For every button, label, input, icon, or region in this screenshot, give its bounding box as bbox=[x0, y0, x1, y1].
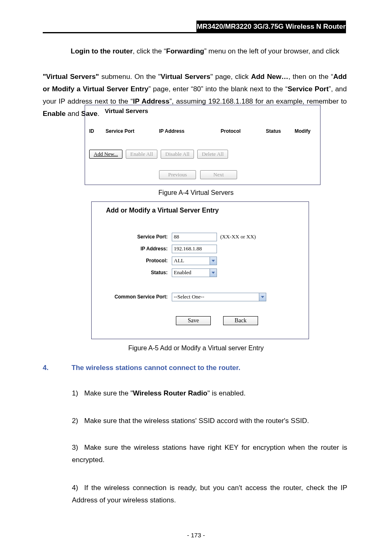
figure-a4-label: Figure A-4 Virtual Servers bbox=[0, 189, 392, 197]
protocol-select[interactable]: ALL bbox=[172, 257, 217, 265]
chevron-down-icon bbox=[210, 257, 217, 265]
step-1: 1)Make sure the "Wireless Router Radio" … bbox=[72, 387, 347, 400]
save-button[interactable]: Save bbox=[176, 316, 211, 325]
virtual-servers-panel: Virtual Servers ID Service Port IP Addre… bbox=[85, 105, 321, 185]
vs-headers: ID Service Port IP Address Protocol Stat… bbox=[89, 128, 316, 134]
question-4: 4.The wireless stations cannot connect t… bbox=[43, 362, 345, 374]
col-id: ID bbox=[89, 128, 106, 134]
am-title: Add or Modify a Virtual Server Entry bbox=[106, 207, 219, 214]
col-protocol: Protocol bbox=[221, 128, 266, 134]
service-port-label: Service Port: bbox=[92, 234, 172, 240]
header-separator bbox=[43, 32, 346, 33]
figure-a5-label: Figure A-5 Add or Modify a Virtual serve… bbox=[0, 345, 392, 352]
vs-title: Virtual Servers bbox=[105, 107, 148, 114]
chevron-down-icon bbox=[259, 293, 266, 301]
step-3: 3)Make sure the wireless stations have r… bbox=[72, 442, 347, 466]
next-button[interactable]: Next bbox=[200, 170, 237, 179]
status-select[interactable]: Enabled bbox=[172, 268, 217, 277]
chevron-down-icon bbox=[210, 269, 217, 277]
add-new-button[interactable]: Add New... bbox=[89, 150, 122, 159]
delete-all-button[interactable]: Delete All bbox=[197, 150, 228, 159]
header-suffix: 3G/3.75G Wireless N Router bbox=[251, 23, 346, 31]
protocol-label: Protocol: bbox=[92, 258, 172, 264]
ip-address-label: IP Address: bbox=[92, 246, 172, 252]
back-button[interactable]: Back bbox=[223, 316, 258, 325]
ip-address-input[interactable]: 192.168.1.88 bbox=[172, 245, 217, 253]
disable-all-button[interactable]: Disable All bbox=[161, 150, 194, 159]
common-service-port-label: Common Service Port: bbox=[92, 294, 172, 300]
common-service-port-select[interactable]: --Select One-- bbox=[172, 293, 266, 301]
status-label: Status: bbox=[92, 270, 172, 275]
add-modify-panel: Add or Modify a Virtual Server Entry Ser… bbox=[91, 201, 309, 339]
intro-prefix: Login to the router bbox=[71, 47, 133, 55]
header-product: MR3420/MR3220 bbox=[197, 23, 251, 31]
col-ip-address: IP Address bbox=[159, 128, 221, 134]
col-service-port: Service Port bbox=[106, 128, 159, 134]
col-status: Status bbox=[266, 128, 295, 134]
previous-button[interactable]: Previous bbox=[159, 170, 196, 179]
step-2: 2)Make sure that the wireless stations' … bbox=[72, 415, 347, 427]
col-modify: Modify bbox=[295, 128, 315, 134]
intro-paragraph: Login to the router, click the “Forwardi… bbox=[71, 45, 346, 58]
step-4: 4)If the wireless connection is ready, b… bbox=[72, 482, 347, 506]
enable-all-button[interactable]: Enable All bbox=[126, 150, 157, 159]
page-number: - 173 - bbox=[0, 532, 392, 539]
service-port-input[interactable]: 88 bbox=[172, 233, 217, 241]
service-port-hint: (XX-XX or XX) bbox=[220, 234, 256, 240]
